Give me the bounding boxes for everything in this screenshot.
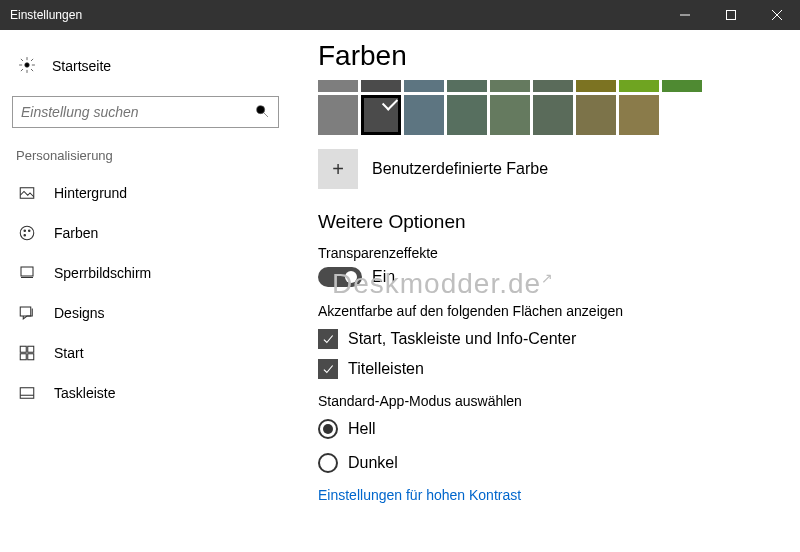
svg-point-10 — [29, 230, 31, 232]
sidebar-item-designs[interactable]: Designs — [12, 293, 279, 333]
color-swatch-thin — [662, 80, 702, 92]
color-swatch[interactable] — [533, 95, 573, 135]
svg-point-4 — [25, 62, 30, 67]
color-swatch[interactable] — [490, 95, 530, 135]
svg-rect-15 — [20, 346, 26, 352]
color-swatch-thin — [576, 80, 616, 92]
annotation-arrow — [292, 320, 294, 360]
themes-icon — [18, 304, 36, 322]
sidebar-section-label: Personalisierung — [16, 148, 279, 163]
sidebar-item-start[interactable]: Start — [12, 333, 279, 373]
sidebar-home[interactable]: Startseite — [12, 48, 279, 84]
search-icon — [254, 103, 270, 122]
sidebar-home-label: Startseite — [52, 58, 111, 74]
color-swatch[interactable] — [318, 95, 358, 135]
content-pane: Farben + Benutzerdefinierte Farbe Weiter… — [292, 30, 800, 552]
color-swatch[interactable] — [576, 95, 616, 135]
palette-icon — [18, 224, 36, 242]
svg-rect-14 — [20, 307, 31, 316]
svg-point-8 — [20, 226, 34, 240]
color-swatch-thin — [490, 80, 530, 92]
accent-check-start[interactable]: Start, Taskleiste und Info-Center — [318, 329, 800, 349]
app-mode-label: Hell — [348, 420, 376, 438]
accent-check-titlebars[interactable]: Titelleisten — [318, 359, 800, 379]
accent-check-label: Titelleisten — [348, 360, 424, 378]
color-swatch-thin — [318, 80, 358, 92]
high-contrast-link[interactable]: Einstellungen für hohen Kontrast — [318, 487, 800, 503]
svg-rect-12 — [21, 267, 33, 276]
color-swatch[interactable] — [447, 95, 487, 135]
color-swatch-thin — [447, 80, 487, 92]
close-icon — [771, 9, 783, 21]
sidebar-item-label: Sperrbildschirm — [54, 265, 151, 281]
start-icon — [18, 344, 36, 362]
svg-rect-18 — [28, 354, 34, 360]
transparency-state: Ein — [372, 268, 395, 286]
app-mode-label: Dunkel — [348, 454, 398, 472]
color-swatch-thin — [361, 80, 401, 92]
app-mode-group-label: Standard-App-Modus auswählen — [318, 393, 800, 409]
radio-icon — [318, 453, 338, 473]
sidebar-item-label: Hintergrund — [54, 185, 127, 201]
color-swatch-thin — [533, 80, 573, 92]
sidebar-item-label: Taskleiste — [54, 385, 115, 401]
gear-icon — [18, 56, 36, 77]
transparency-toggle[interactable] — [318, 267, 362, 287]
svg-rect-17 — [20, 354, 26, 360]
lockscreen-icon — [18, 264, 36, 282]
radio-icon — [318, 419, 338, 439]
annotation-arrow — [292, 423, 294, 453]
svg-line-6 — [264, 113, 268, 117]
svg-point-9 — [24, 230, 26, 232]
svg-point-5 — [257, 105, 265, 113]
sidebar: Startseite Personalisierung Hintergrund … — [0, 30, 292, 552]
sidebar-item-taskleiste[interactable]: Taskleiste — [12, 373, 279, 413]
window-title: Einstellungen — [0, 8, 662, 22]
color-swatch-thin — [404, 80, 444, 92]
sidebar-item-label: Designs — [54, 305, 105, 321]
accent-group-label: Akzentfarbe auf den folgenden Flächen an… — [318, 303, 800, 319]
minimize-button[interactable] — [662, 0, 708, 30]
maximize-icon — [725, 9, 737, 21]
custom-color-button[interactable]: + — [318, 149, 358, 189]
svg-rect-1 — [727, 11, 736, 20]
color-swatch-thin — [619, 80, 659, 92]
sidebar-item-label: Start — [54, 345, 84, 361]
annotation-arrow — [292, 445, 294, 485]
window-titlebar: Einstellungen — [0, 0, 800, 30]
svg-point-11 — [24, 235, 26, 237]
search-input[interactable] — [21, 104, 254, 120]
custom-color-label: Benutzerdefinierte Farbe — [372, 160, 548, 178]
search-box[interactable] — [12, 96, 279, 128]
sidebar-item-farben[interactable]: Farben — [12, 213, 279, 253]
maximize-button[interactable] — [708, 0, 754, 30]
minimize-icon — [679, 9, 691, 21]
close-button[interactable] — [754, 0, 800, 30]
picture-icon — [18, 184, 36, 202]
app-mode-hell[interactable]: Hell — [318, 419, 800, 439]
more-options-heading: Weitere Optionen — [318, 211, 800, 233]
page-title: Farben — [318, 40, 800, 72]
checkbox-icon — [318, 359, 338, 379]
taskbar-icon — [18, 384, 36, 402]
svg-rect-16 — [28, 346, 34, 352]
sidebar-item-sperrbildschirm[interactable]: Sperrbildschirm — [12, 253, 279, 293]
color-swatch[interactable] — [619, 95, 659, 135]
sidebar-item-label: Farben — [54, 225, 98, 241]
checkbox-icon — [318, 329, 338, 349]
window-controls — [662, 0, 800, 30]
color-swatch[interactable] — [361, 95, 401, 135]
transparency-label: Transparenzeffekte — [318, 245, 800, 261]
sidebar-item-hintergrund[interactable]: Hintergrund — [12, 173, 279, 213]
color-swatches — [318, 80, 738, 135]
app-mode-dunkel[interactable]: Dunkel — [318, 453, 800, 473]
annotation-arrow — [292, 360, 294, 390]
svg-rect-19 — [20, 388, 34, 399]
color-swatch[interactable] — [404, 95, 444, 135]
accent-check-label: Start, Taskleiste und Info-Center — [348, 330, 576, 348]
